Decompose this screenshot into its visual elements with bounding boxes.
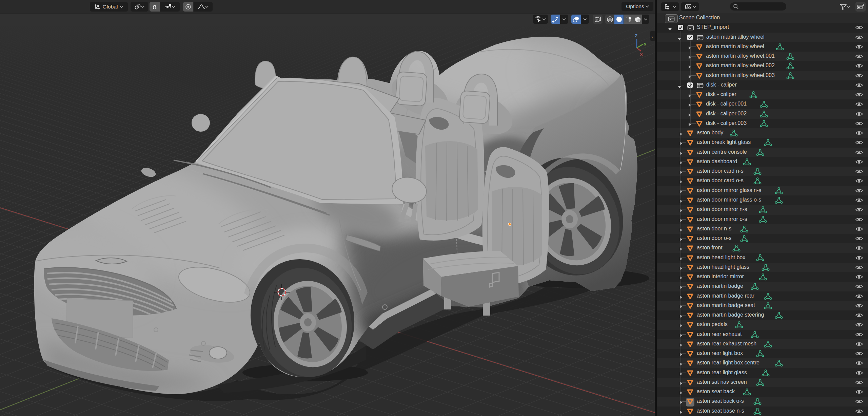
svg-text:Z: Z — [635, 33, 637, 38]
svg-text:x: x — [640, 52, 643, 57]
svg-text:y: y — [644, 41, 647, 46]
svg-text:‹: ‹ — [651, 34, 653, 39]
